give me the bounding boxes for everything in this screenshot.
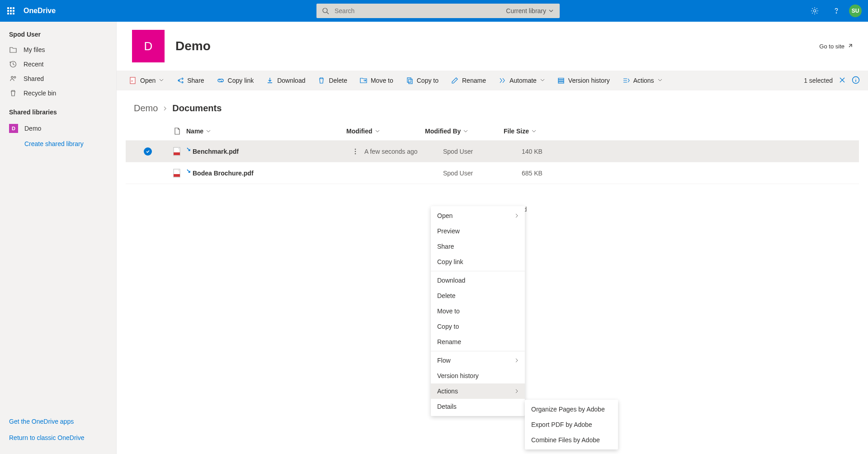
ctx-copy-link[interactable]: Copy link: [431, 254, 525, 270]
ctx-version-history[interactable]: Version history: [431, 368, 525, 383]
brand-name[interactable]: OneDrive: [22, 7, 56, 15]
file-name[interactable]: ↘ Bodea Brochure.pdf: [186, 170, 346, 177]
ctx-share[interactable]: Share: [431, 239, 525, 254]
ctx-preview[interactable]: Preview: [431, 223, 525, 239]
get-apps-link[interactable]: Get the OneDrive apps: [0, 413, 116, 430]
ctx-move-to[interactable]: Move to: [431, 303, 525, 319]
col-modifiedby-header[interactable]: Modified By: [425, 128, 504, 135]
sidebar-library-demo[interactable]: D Demo: [0, 120, 116, 137]
cmd-move-to[interactable]: Move to: [355, 74, 398, 87]
ctx-rename[interactable]: Rename: [431, 334, 525, 350]
share-icon: [176, 77, 184, 84]
ctx-label: Details: [437, 403, 457, 410]
help-button[interactable]: [827, 0, 845, 22]
col-name-header[interactable]: Name: [186, 128, 346, 135]
svg-point-15: [14, 76, 16, 78]
sub-combine-files[interactable]: Combine Files by Adobe: [525, 432, 618, 448]
sidebar-item-label: Recycle bin: [24, 90, 56, 97]
chevron-down-icon: [540, 78, 545, 82]
chevron-right-icon: [515, 388, 519, 395]
app-launcher[interactable]: [0, 0, 22, 22]
pencil-icon: [451, 77, 458, 84]
create-shared-library-link[interactable]: Create shared library: [0, 137, 116, 151]
clock-icon: [9, 61, 17, 68]
sidebar-item-label: Recent: [24, 61, 43, 68]
external-link-icon: [847, 43, 853, 49]
cmd-version-history[interactable]: Version history: [553, 74, 614, 87]
cmd-copy-link[interactable]: Copy link: [212, 74, 259, 87]
sidebar-item-shared[interactable]: Shared: [0, 71, 116, 86]
col-modified-header[interactable]: Modified: [346, 128, 425, 135]
file-size: 685 KB: [522, 170, 594, 177]
search-icon: [316, 7, 335, 14]
divider: [431, 351, 525, 351]
file-table: Name Modified Modified By File Size: [117, 122, 868, 213]
cmd-open[interactable]: A Open: [125, 74, 168, 87]
cmd-actions[interactable]: Actions: [618, 74, 667, 87]
col-label: Modified: [346, 128, 373, 135]
sidebar-item-myfiles[interactable]: My files: [0, 43, 116, 57]
ctx-label: Copy link: [437, 258, 463, 265]
ctx-flow[interactable]: Flow: [431, 353, 525, 368]
sidebar-libraries-title: Shared libraries: [0, 105, 116, 120]
trash-icon: [9, 90, 17, 97]
ctx-label: Preview: [437, 227, 460, 235]
svg-rect-3: [7, 10, 9, 12]
ctx-download[interactable]: Download: [431, 273, 525, 288]
chevron-right-icon: [515, 357, 519, 364]
cmd-share[interactable]: Share: [172, 74, 208, 87]
svg-point-9: [323, 8, 327, 13]
cmd-copy-to[interactable]: Copy to: [401, 74, 443, 87]
sub-export-pdf[interactable]: Export PDF by Adobe: [525, 417, 618, 432]
cmd-delete[interactable]: Delete: [313, 74, 351, 87]
search-scope-dropdown[interactable]: Current library: [500, 7, 560, 14]
classic-onedrive-link[interactable]: Return to classic OneDrive: [0, 430, 116, 446]
ctx-label: Flow: [437, 357, 451, 364]
avatar[interactable]: SU: [849, 5, 862, 17]
table-row[interactable]: ↘ Benchmark.pdf A few seconds ago Spod U…: [126, 141, 859, 162]
settings-button[interactable]: [806, 0, 824, 22]
sidebar-bottom-links: Get the OneDrive apps Return to classic …: [0, 413, 116, 454]
go-to-site-link[interactable]: Go to site: [819, 43, 853, 50]
sub-organize-pages[interactable]: Organize Pages by Adobe: [525, 402, 618, 417]
history-icon: [557, 77, 565, 84]
info-icon: [852, 76, 860, 84]
row-actions-button[interactable]: [346, 148, 364, 155]
cmd-automate[interactable]: Automate: [494, 74, 549, 87]
more-icon: [354, 148, 356, 155]
svg-rect-0: [7, 7, 9, 9]
people-icon: [9, 75, 17, 82]
ctx-open[interactable]: Open: [431, 208, 525, 223]
svg-rect-8: [13, 13, 14, 14]
ctx-actions[interactable]: Actions: [431, 383, 525, 399]
cmd-download[interactable]: Download: [262, 74, 310, 87]
breadcrumb-root[interactable]: Demo: [134, 103, 158, 114]
svg-rect-21: [558, 80, 564, 81]
col-filesize-header[interactable]: File Size: [504, 128, 576, 135]
search-input[interactable]: [335, 7, 500, 14]
ctx-delete[interactable]: Delete: [431, 288, 525, 303]
clear-selection-button[interactable]: [839, 77, 845, 85]
svg-point-28: [355, 153, 356, 154]
chevron-down-icon: [375, 129, 380, 133]
sidebar-item-recent[interactable]: Recent: [0, 57, 116, 71]
svg-point-12: [836, 13, 836, 13]
sidebar-item-recyclebin[interactable]: Recycle bin: [0, 86, 116, 100]
ctx-copy-to[interactable]: Copy to: [431, 319, 525, 334]
ctx-label: Open: [437, 212, 453, 219]
ctx-details[interactable]: Details: [431, 399, 525, 414]
command-bar: A Open Share Copy link Download Delete M…: [117, 71, 868, 90]
pdf-icon: [168, 169, 186, 178]
svg-rect-7: [10, 13, 12, 14]
file-name[interactable]: ↘ Benchmark.pdf: [186, 148, 346, 155]
table-row[interactable]: ↘ Bodea Brochure.pdf Spod User 685 KB: [126, 162, 859, 184]
trash-icon: [318, 77, 325, 84]
svg-rect-4: [10, 10, 12, 12]
col-label: Modified By: [425, 128, 461, 135]
search-box[interactable]: Current library: [316, 4, 560, 18]
cmd-label: Version history: [568, 77, 610, 84]
details-pane-button[interactable]: [852, 76, 860, 85]
cmd-rename[interactable]: Rename: [447, 74, 491, 87]
sidebar-item-label: Demo: [24, 125, 41, 132]
row-select[interactable]: [144, 147, 168, 156]
